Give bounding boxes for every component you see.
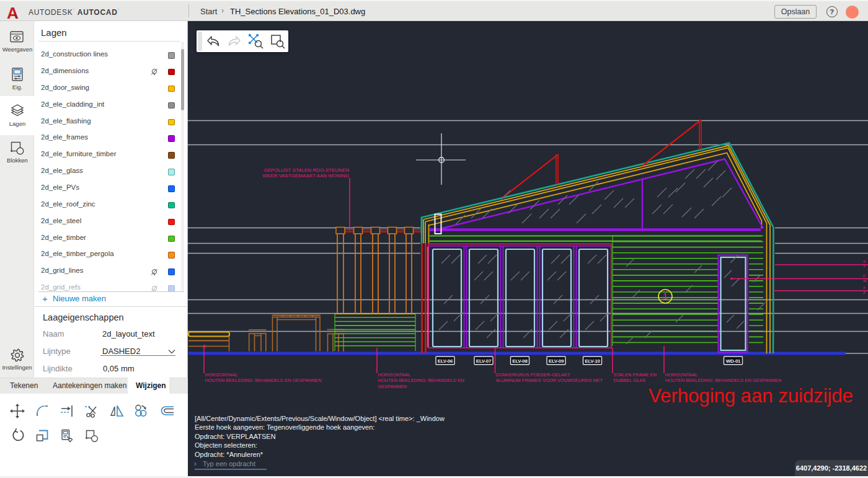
svg-text:Z: Z xyxy=(863,291,866,294)
svg-text:DUBBEL GLAS: DUBBEL GLAS xyxy=(614,378,646,383)
svg-text:W: W xyxy=(863,279,867,283)
svg-text:T: T xyxy=(863,265,866,268)
svg-text:ELV-06: ELV-06 xyxy=(438,358,453,364)
svg-text:1: 1 xyxy=(663,291,668,301)
svg-text:ELV-08: ELV-08 xyxy=(512,358,528,364)
svg-text:HOUTEN BEKLEDING: BEHANDELD EN: HOUTEN BEKLEDING: BEHANDELD EN GESPANNEN xyxy=(665,378,782,383)
svg-text:ELV-07: ELV-07 xyxy=(476,358,492,364)
svg-text:ELV-09: ELV-09 xyxy=(549,358,564,364)
svg-text:A: A xyxy=(863,286,866,290)
svg-text:HORIZONTAAL: HORIZONTAAL xyxy=(205,372,238,378)
svg-text:S: S xyxy=(863,260,866,263)
svg-text:HOUTEN BEKLEDING: BEHANDELD EN: HOUTEN BEKLEDING: BEHANDELD EN GESPANNEN xyxy=(205,378,322,383)
svg-text:WD-01: WD-01 xyxy=(726,358,741,364)
svg-text:GESPANNEN: GESPANNEN xyxy=(378,384,407,389)
svg-text:STALEN FRAME EN: STALEN FRAME EN xyxy=(614,372,657,378)
svg-text:A: A xyxy=(7,4,19,20)
svg-text:GEPOLIJST STALEN RDO-STEUNEN: GEPOLIJST STALEN RDO-STEUNEN xyxy=(264,167,349,173)
svg-text:ALUMINUM FRAMES VOOR VOUWDEURE: ALUMINUM FRAMES VOOR VOUWDEUREN MET xyxy=(496,378,603,383)
svg-text:DONKERGRIJS POEDER-GELAKT: DONKERGRIJS POEDER-GELAKT xyxy=(496,372,570,378)
svg-text:Verhoging aan zuidzijde: Verhoging aan zuidzijde xyxy=(649,384,853,407)
svg-text:HORIZONTAAL: HORIZONTAAL xyxy=(378,372,411,378)
svg-text:HORIZONTAAL: HORIZONTAAL xyxy=(665,372,698,378)
svg-text:F: F xyxy=(863,274,866,278)
svg-text:WEER VASTGEMAAKT AAN WONING: WEER VASTGEMAAKT AAN WONING xyxy=(262,173,349,179)
svg-text:ELV-10: ELV-10 xyxy=(585,358,600,364)
svg-text:HOUTEN BEKLEDING: BEHANDELD EN: HOUTEN BEKLEDING: BEHANDELD EN xyxy=(378,378,464,383)
